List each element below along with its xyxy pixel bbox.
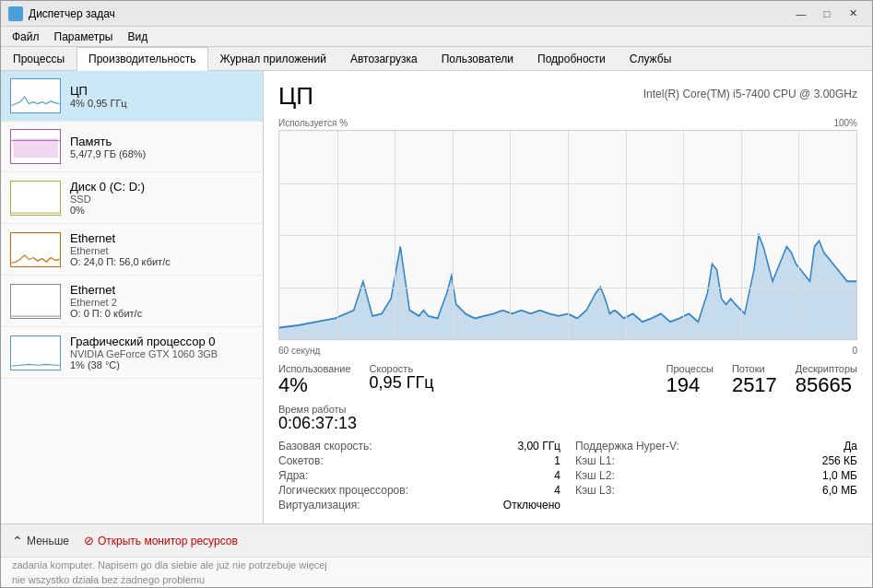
eth2-value: О: 0 П: 0 кбит/с [70,308,254,319]
eth1-info: Ethernet Ethernet О: 24,0 П: 56,0 кбит/с [70,231,254,267]
tab-performance[interactable]: Производительность [77,47,207,71]
grid-col-6 [626,131,627,339]
speed-value: 0,95 ГГц [370,374,434,393]
detail-panel: ЦП Intel(R) Core(TM) i5-7400 CPU @ 3.00G… [264,71,872,523]
spec-key: Поддержка Hyper-V: [575,440,679,453]
grid-col-3 [453,131,454,339]
spec-key: Кэш L3: [575,484,615,497]
spec-row: Виртуализация:Отключено [278,498,560,512]
tab-details[interactable]: Подробности [525,47,618,70]
svg-rect-3 [17,15,20,18]
bottom-bar: ⌃ Меньше ⊘ Открыть монитор ресурсов [1,523,872,557]
grid-col-2 [395,131,395,339]
specs-grid: Базовая скорость:3,00 ГГцСокетов:1Ядра:4… [278,439,857,512]
memory-mini-chart [10,129,61,164]
app-icon [8,6,23,21]
menu-view[interactable]: Вид [120,29,155,45]
eth1-title: Ethernet [70,231,254,245]
sidebar: ЦП 4% 0,95 ГГц Память 5,4/7,9 ГБ (68%) [1,71,264,523]
spec-key: Логических процессоров: [278,484,408,497]
spec-val: Отключено [503,499,560,512]
open-monitor-button[interactable]: ⊘ Открыть монитор ресурсов [84,534,238,547]
cpu-title: ЦП [70,84,254,98]
spec-key: Виртуализация: [278,499,360,512]
processes-value: 194 [667,374,714,396]
svg-rect-4 [13,138,57,158]
grid-col-8 [741,131,742,339]
svg-rect-0 [11,9,15,13]
sidebar-item-cpu[interactable]: ЦП 4% 0,95 ГГц [1,71,263,122]
stat-threads: Потоки 2517 [732,363,777,396]
spec-row: Логических процессоров:4 [278,483,560,498]
svg-rect-2 [11,15,15,18]
disk-value: 0% [70,205,254,216]
spec-row: Базовая скорость:3,00 ГГц [278,439,560,453]
tabs-bar: Процессы Производительность Журнал прило… [1,47,872,71]
eth2-mini-chart [10,284,61,319]
detail-header: ЦП Intel(R) Core(TM) i5-7400 CPU @ 3.00G… [278,82,857,111]
tab-processes[interactable]: Процессы [1,47,77,70]
grid-col-1 [337,131,338,339]
eth2-sub: Ethernet 2 [70,297,254,308]
usage-value: 4% [278,374,351,396]
tab-services[interactable]: Службы [618,47,683,70]
sidebar-item-gpu[interactable]: Графический процессор 0 NVIDIA GeForce G… [1,327,263,379]
stat-speed: Скорость 0,95 ГГц [370,363,434,396]
memory-value: 5,4/7,9 ГБ (68%) [70,148,254,159]
spec-val: 6,0 МБ [822,484,857,497]
disk-info: Диск 0 (C: D:) SSD 0% [70,180,254,216]
grid-col-4 [510,131,511,339]
chart-zero-label: 0 [852,346,857,356]
uptime-group: Время работы 0:06:37:13 [278,404,857,433]
menu-bar: Файл Параметры Вид [1,27,872,47]
menu-params[interactable]: Параметры [47,29,121,45]
gpu-value: 1% (38 °C) [70,359,254,370]
stat-usage: Использование 4% [278,363,351,396]
footer-line-2: nie wszystko działa bez żadnego problemu [1,572,872,587]
footer-line-1: zadania komputer. Napisem go dla siebie … [1,557,872,572]
uptime-value: 0:06:37:13 [278,415,857,433]
sidebar-item-disk[interactable]: Диск 0 (C: D:) SSD 0% [1,172,263,224]
chart-label-top: Используется % 100% [278,118,857,128]
grid-col-9 [798,131,799,339]
chart-time-label: 60 секунд [278,346,320,356]
menu-file[interactable]: Файл [5,29,47,45]
spec-row: Кэш L1:256 КБ [575,453,857,468]
less-label: Меньше [27,535,69,547]
spec-val: Да [844,440,857,453]
detail-subtitle: Intel(R) Core(TM) i5-7400 CPU @ 3.00GHz [643,88,857,100]
maximize-button[interactable]: □ [815,5,839,23]
cpu-mini-chart [10,78,61,113]
gpu-title: Графический процессор 0 [70,335,254,348]
spec-key: Кэш L1: [575,454,615,467]
grid-col-7 [683,131,684,339]
spec-val: 256 КБ [822,454,857,467]
stat-handles: Дескрипторы 85665 [796,363,857,396]
gpu-mini-chart [10,335,61,370]
spec-row: Сокетов:1 [278,453,560,468]
handles-value: 85665 [796,374,857,396]
tab-startup[interactable]: Автозагрузка [338,47,430,70]
eth2-title: Ethernet [70,283,254,297]
tab-app-history[interactable]: Журнал приложений [208,47,338,70]
spec-val: 1 [554,454,560,467]
spec-row: Поддержка Hyper-V:Да [575,439,857,453]
title-bar: Диспетчер задач — □ ✕ [1,1,872,27]
spec-row: Кэш L2:1,0 МБ [575,468,857,483]
tab-users[interactable]: Пользователи [430,47,525,70]
sidebar-item-memory[interactable]: Память 5,4/7,9 ГБ (68%) [1,122,263,172]
minimize-button[interactable]: — [789,5,813,23]
sidebar-item-eth2[interactable]: Ethernet Ethernet 2 О: 0 П: 0 кбит/с [1,276,263,327]
cpu-chart-area [278,130,857,340]
eth1-sub: Ethernet [70,245,254,256]
specs-col-left: Базовая скорость:3,00 ГГцСокетов:1Ядра:4… [278,439,560,512]
spec-key: Кэш L2: [575,469,615,482]
main-content: ЦП 4% 0,95 ГГц Память 5,4/7,9 ГБ (68%) [1,71,872,523]
close-button[interactable]: ✕ [841,5,865,23]
sidebar-item-eth1[interactable]: Ethernet Ethernet О: 24,0 П: 56,0 кбит/с [1,224,263,276]
memory-info: Память 5,4/7,9 ГБ (68%) [70,135,254,159]
chart-usage-label: Используется % [278,118,348,128]
less-button[interactable]: ⌃ Меньше [12,534,69,548]
specs-col-right: Поддержка Hyper-V:ДаКэш L1:256 КБКэш L2:… [575,439,857,512]
monitor-label: Открыть монитор ресурсов [98,535,238,547]
